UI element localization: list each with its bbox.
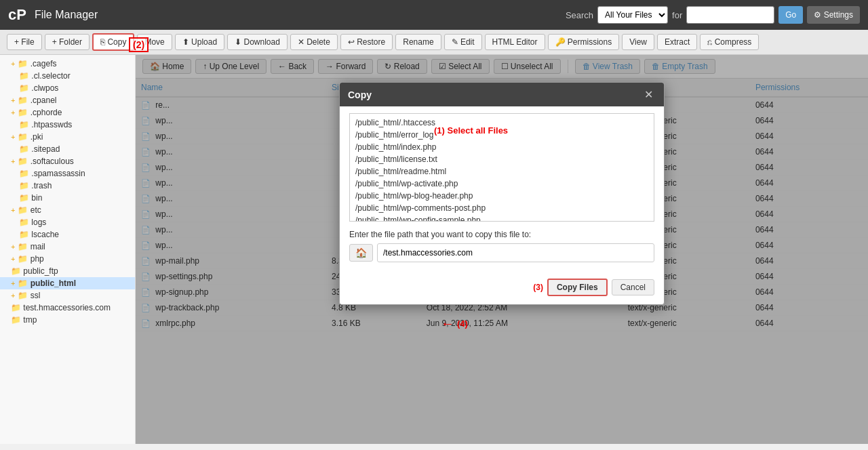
copy-path-row: 🏠	[349, 243, 654, 262]
annotation-3: (3)	[533, 283, 543, 292]
modal-file-list-item[interactable]: /public_html/index.php	[353, 141, 651, 153]
sidebar-item-label: 📁 .htpasswds	[19, 120, 72, 129]
sidebar-item-label: 📁 mail	[18, 242, 45, 251]
sidebar-item-public-ftp[interactable]: 📁 public_ftp	[0, 265, 135, 277]
sidebar-item-label: 📁 public_ftp	[11, 266, 58, 276]
restore-button[interactable]: ↩ Restore	[340, 34, 393, 50]
copy-path-input[interactable]	[377, 243, 654, 262]
modal-file-list-item[interactable]: /public_html/license.txt	[353, 153, 651, 165]
upload-button[interactable]: ⬆ Upload	[175, 34, 224, 50]
sidebar-item-cphorde[interactable]: + 📁 .cphorde	[0, 106, 135, 119]
modal-footer: (3) Copy Files Cancel	[340, 279, 664, 304]
modal-file-list-item[interactable]: /public_html/wp-blog-header.php	[353, 190, 651, 202]
sidebar-item-sitepad[interactable]: 📁 .sitepad	[0, 143, 135, 155]
sidebar-item-php[interactable]: + 📁 php	[0, 253, 135, 265]
modal-file-list-item[interactable]: /public_html/wp-config-sample.php	[353, 214, 651, 222]
sidebar-item-label: 📁 .sitepad	[19, 144, 60, 154]
view-button[interactable]: View	[622, 34, 654, 50]
sidebar-item-public-html[interactable]: + 📁 public_html	[0, 277, 135, 289]
sidebar-item-bin[interactable]: 📁 bin	[0, 192, 135, 204]
settings-button[interactable]: ⚙ Settings	[807, 6, 860, 24]
folder-expand-icon: +	[11, 157, 15, 165]
sidebar-item-tmp[interactable]: 📁 tmp	[0, 314, 135, 326]
modal-close-button[interactable]: ✕	[642, 88, 656, 101]
edit-button[interactable]: ✎ Edit	[444, 34, 482, 50]
sidebar-item-htpasswds[interactable]: 📁 .htpasswds	[0, 119, 135, 131]
sidebar-item-label: 📁 .pki	[18, 132, 43, 142]
sidebar-item-ssl[interactable]: + 📁 ssl	[0, 289, 135, 302]
modal-header: Copy ✕	[340, 83, 664, 106]
delete-button[interactable]: ✕ Delete	[290, 34, 338, 50]
new-folder-button[interactable]: + Folder	[45, 34, 90, 50]
move-button[interactable]: Move	[137, 34, 172, 50]
rename-button[interactable]: Rename	[395, 34, 441, 50]
copy-destination-label: Enter the file path that you want to cop…	[349, 230, 654, 239]
sidebar-item-label: 📁 .softaculous	[18, 157, 73, 166]
sidebar-item-label: 📁 .cl.selector	[19, 71, 71, 81]
modal-file-list-item[interactable]: /public_html/.htaccess	[353, 117, 651, 129]
modal-file-list-item[interactable]: /public_html/error_log	[353, 129, 651, 141]
new-file-button[interactable]: + File	[7, 34, 42, 50]
copy-button[interactable]: ⎘ Copy	[92, 33, 134, 51]
download-button[interactable]: ⬇ Download	[227, 34, 288, 50]
sidebar-item-label: 📁 .trash	[19, 181, 52, 190]
main-layout: + 📁 .cagefs 📁 .cl.selector 📁 .clwpos + 📁…	[0, 55, 868, 444]
for-label: for	[672, 10, 682, 20]
sidebar-item-label: 📁 etc	[18, 205, 41, 215]
sidebar-item-cpanel[interactable]: + 📁 .cpanel	[0, 94, 135, 106]
copy-dialog-overlay: Copy ✕ /public_html/.htaccess/public_htm…	[136, 55, 868, 444]
sidebar-item-etc[interactable]: + 📁 etc	[0, 204, 135, 216]
copy-modal: Copy ✕ /public_html/.htaccess/public_htm…	[339, 82, 665, 305]
sidebar-item-pki[interactable]: + 📁 .pki	[0, 131, 135, 143]
top-bar: cP File Manager Search All Your Files fo…	[0, 0, 868, 30]
folder-expand-icon: +	[11, 243, 15, 251]
sidebar-item-label: 📁 test.hmaccessories.com	[11, 303, 111, 312]
sidebar-item-label: 📁 .cphorde	[18, 108, 62, 117]
cancel-button[interactable]: Cancel	[612, 279, 654, 295]
modal-file-list-item[interactable]: /public_html/readme.html	[353, 165, 651, 178]
sidebar-item-label: 📁 tmp	[11, 315, 37, 325]
content-area: 🏠 Home ↑ Up One Level ← Back → Forward ↻…	[136, 55, 868, 444]
sidebar-item-clselector[interactable]: 📁 .cl.selector	[0, 70, 135, 82]
modal-body: /public_html/.htaccess/public_html/error…	[340, 106, 664, 279]
folder-expand-icon: +	[11, 133, 15, 141]
compress-button[interactable]: ⎌ Compress	[700, 34, 759, 50]
search-dropdown[interactable]: All Your Files	[597, 6, 668, 24]
sidebar-item-mail[interactable]: + 📁 mail	[0, 241, 135, 253]
toolbar: + File + Folder ⎘ Copy Move ⬆ Upload ⬇ D…	[0, 30, 868, 55]
permissions-button[interactable]: 🔑 Permissions	[548, 34, 620, 50]
sidebar-item-label: 📁 php	[18, 254, 43, 264]
extract-button[interactable]: Extract	[657, 34, 697, 50]
sidebar-item-label: 📁 .clwpos	[19, 83, 58, 93]
modal-file-list-item[interactable]: /public_html/wp-comments-post.php	[353, 202, 651, 214]
sidebar-item-label: 📁 lscache	[19, 230, 59, 239]
sidebar-item-label: 📁 .cagefs	[18, 59, 56, 68]
sidebar-item-label: 📁 ssl	[18, 291, 40, 300]
sidebar-item-test-hmaccessories[interactable]: 📁 test.hmaccessories.com	[0, 302, 135, 314]
sidebar: + 📁 .cagefs 📁 .cl.selector 📁 .clwpos + 📁…	[0, 55, 136, 444]
search-section: Search All Your Files for Go ⚙ Settings	[566, 6, 860, 24]
sidebar-item-label: 📁 public_html	[18, 279, 76, 288]
html-editor-button[interactable]: HTML Editor	[485, 34, 545, 50]
sidebar-item-cagefs[interactable]: + 📁 .cagefs	[0, 58, 135, 70]
sidebar-item-softaculous[interactable]: + 📁 .softaculous	[0, 155, 135, 167]
sidebar-item-label: 📁 .cpanel	[18, 96, 56, 105]
folder-expand-icon: +	[11, 291, 15, 300]
sidebar-item-label: 📁 .spamassassin	[19, 169, 85, 178]
folder-expand-icon: +	[11, 96, 15, 104]
search-label: Search	[566, 10, 593, 20]
path-home-button[interactable]: 🏠	[349, 244, 373, 262]
sidebar-item-logs[interactable]: 📁 logs	[0, 216, 135, 228]
sidebar-item-spamassassin[interactable]: 📁 .spamassassin	[0, 167, 135, 180]
folder-expand-icon: +	[11, 60, 15, 68]
sidebar-item-label: 📁 logs	[19, 218, 46, 227]
sidebar-item-clwpos[interactable]: 📁 .clwpos	[0, 82, 135, 94]
sidebar-item-lscache[interactable]: 📁 lscache	[0, 228, 135, 241]
copy-files-button[interactable]: Copy Files	[547, 279, 608, 296]
cp-logo: cP	[8, 6, 26, 24]
modal-file-list[interactable]: /public_html/.htaccess/public_html/error…	[349, 113, 654, 222]
go-button[interactable]: Go	[778, 6, 803, 24]
modal-file-list-item[interactable]: /public_html/wp-activate.php	[353, 178, 651, 190]
sidebar-item-trash[interactable]: 📁 .trash	[0, 180, 135, 192]
search-input[interactable]	[686, 6, 774, 24]
